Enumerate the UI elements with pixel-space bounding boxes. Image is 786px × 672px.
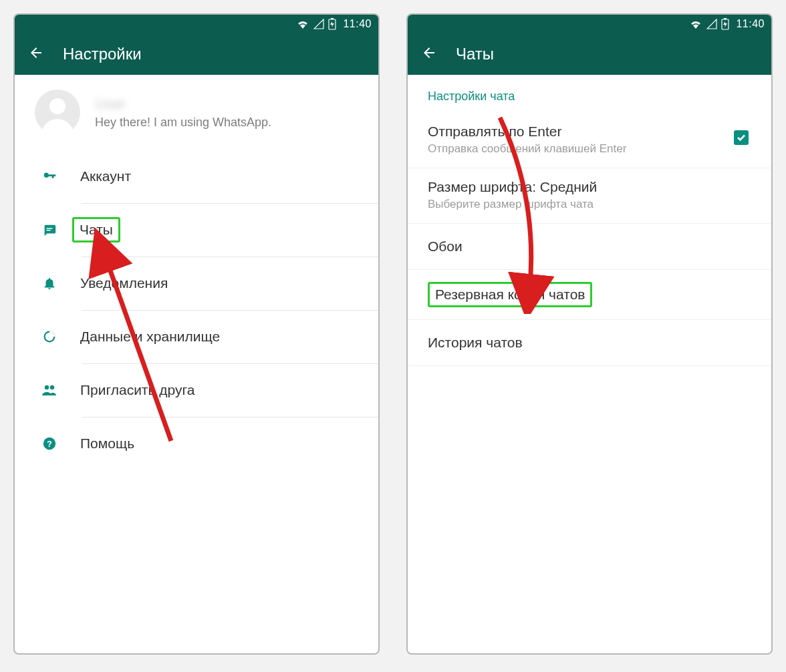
svg-point-5: [45, 385, 49, 389]
status-time: 11:40: [736, 18, 765, 30]
phone-settings: 11:40 Настройки User Hey there! I am usi…: [13, 13, 380, 655]
back-icon[interactable]: [421, 45, 437, 63]
settings-item-label: Данные и хранилище: [80, 329, 220, 345]
people-icon: [39, 383, 60, 397]
signal-icon: [706, 19, 717, 29]
chat-item-enter[interactable]: Отправлять по Enter Отправка сообщений к…: [408, 113, 771, 168]
chat-item-title: Размер шрифта: Средний: [428, 179, 751, 195]
app-bar-title: Чаты: [456, 45, 494, 63]
settings-list: Аккаунт Чаты Уведомления Данные и хранил…: [15, 150, 378, 470]
battery-icon: [721, 18, 729, 30]
settings-item-data[interactable]: Данные и хранилище: [15, 310, 378, 363]
svg-rect-3: [46, 230, 50, 230]
svg-point-6: [50, 385, 54, 389]
status-bar: 11:40: [15, 15, 378, 33]
svg-text:?: ?: [47, 439, 52, 449]
chat-item-backup[interactable]: Резервная копия чатов: [408, 270, 771, 320]
battery-icon: [328, 18, 336, 30]
app-bar: Чаты: [408, 33, 771, 75]
highlight-backup: Резервная копия чатов: [428, 282, 592, 307]
data-icon: [39, 329, 60, 344]
settings-item-invite[interactable]: Пригласить друга: [15, 363, 378, 417]
back-icon[interactable]: [28, 45, 44, 63]
app-bar: Настройки: [15, 33, 378, 75]
phone-chats: 11:40 Чаты Настройки чата Отправлять по …: [406, 13, 773, 655]
avatar: [35, 90, 80, 135]
settings-item-label: Уведомления: [80, 275, 168, 291]
settings-item-label: Чаты: [80, 222, 113, 237]
help-icon: ?: [39, 436, 60, 451]
settings-item-label: Аккаунт: [80, 168, 131, 184]
settings-item-account[interactable]: Аккаунт: [15, 150, 378, 203]
chat-icon: [39, 222, 60, 237]
highlight-chats: Чаты: [72, 217, 120, 242]
chat-item-fontsize[interactable]: Размер шрифта: Средний Выберите размер ш…: [408, 168, 771, 224]
status-time: 11:40: [343, 18, 372, 30]
profile-name: User: [95, 96, 271, 113]
wifi-icon: [689, 19, 702, 29]
profile-row[interactable]: User Hey there! I am using WhatsApp.: [15, 75, 378, 150]
checkbox-enter[interactable]: [734, 130, 749, 145]
wifi-icon: [296, 19, 309, 29]
chat-item-sub: Выберите размер шрифта чата: [428, 198, 751, 211]
profile-status: Hey there! I am using WhatsApp.: [95, 116, 271, 130]
status-bar: 11:40: [408, 15, 771, 33]
app-bar-title: Настройки: [63, 45, 142, 63]
chat-item-title: Отправлять по Enter: [428, 124, 734, 140]
signal-icon: [313, 19, 324, 29]
chat-item-title: История чатов: [428, 335, 523, 351]
svg-rect-11: [724, 18, 727, 19]
bell-icon: [39, 276, 60, 291]
settings-item-help[interactable]: ? Помощь: [15, 417, 378, 470]
section-header: Настройки чата: [408, 75, 771, 113]
key-icon: [39, 169, 60, 184]
svg-rect-2: [46, 228, 52, 228]
chat-item-title: Резервная копия чатов: [435, 287, 585, 302]
settings-item-notifications[interactable]: Уведомления: [15, 257, 378, 310]
settings-item-chats[interactable]: Чаты: [15, 203, 378, 257]
chat-item-title: Обои: [428, 238, 463, 255]
chat-item-history[interactable]: История чатов: [408, 320, 771, 366]
settings-item-label: Помощь: [80, 436, 134, 452]
svg-rect-1: [331, 18, 334, 19]
chat-item-sub: Отправка сообщений клавишей Enter: [428, 142, 734, 156]
settings-item-label: Пригласить друга: [80, 382, 194, 398]
chat-item-wallpaper[interactable]: Обои: [408, 224, 771, 270]
